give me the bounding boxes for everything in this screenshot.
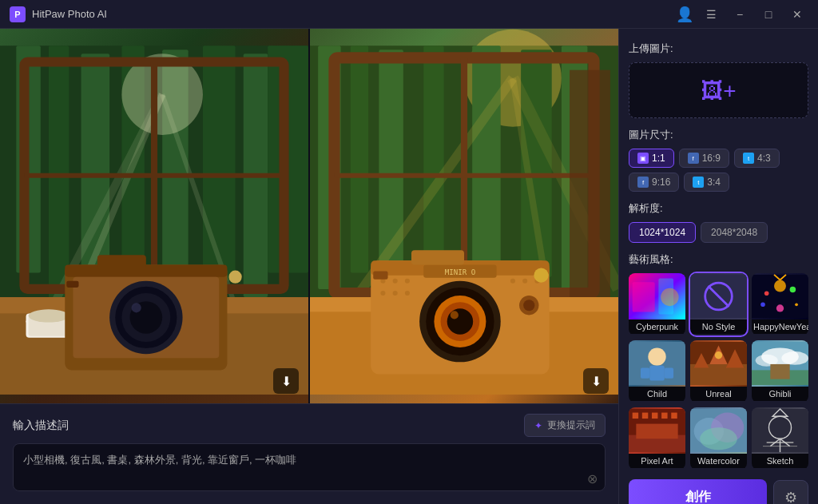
upload-area[interactable]: 🖼+ xyxy=(629,62,808,118)
style-item-watercolor[interactable]: Watercolor xyxy=(690,407,747,470)
upload-section-title: 上傳圖片: xyxy=(629,42,808,56)
title-bar: P HitPaw Photo AI 👤 ☰ − □ ✕ xyxy=(0,0,818,29)
style-item-nostyle[interactable]: No Style xyxy=(690,273,747,335)
ratio-1-1-label: 1:1 xyxy=(652,153,665,164)
svg-rect-76 xyxy=(633,282,655,312)
style-item-child[interactable]: Child xyxy=(629,340,685,403)
ratio-16-9-icon: f xyxy=(688,153,699,164)
refresh-icon: ✦ xyxy=(534,420,542,431)
style-label-happynewyear: HappyNewYear xyxy=(752,319,808,334)
svg-point-58 xyxy=(405,291,410,296)
svg-rect-39 xyxy=(472,46,501,289)
create-button[interactable]: 創作 xyxy=(629,479,767,504)
settings-button[interactable]: ⚙ xyxy=(773,480,808,505)
ratio-1-1-button[interactable]: ▣ 1:1 xyxy=(629,149,674,168)
ratio-4-3-button[interactable]: t 4:3 xyxy=(734,149,780,168)
svg-point-57 xyxy=(393,291,398,296)
input-label: 輸入描述詞 xyxy=(13,419,69,433)
style-label-cyberpunk: Cyberpunk xyxy=(629,319,685,334)
style-item-sketch[interactable]: Sketch xyxy=(752,407,808,470)
svg-rect-6 xyxy=(203,46,236,281)
resolution-section: 解析度: 1024*1024 2048*2048 xyxy=(629,201,808,243)
ratio-4-3-icon: t xyxy=(743,153,754,164)
style-grid: Cyberpunk No Style xyxy=(629,273,808,470)
style-thumb-cyberpunk xyxy=(629,273,685,319)
svg-rect-70 xyxy=(411,250,464,264)
style-label-child: Child xyxy=(629,387,685,401)
res-2048-label: 2048*2048 xyxy=(711,227,757,238)
svg-point-83 xyxy=(774,280,786,292)
svg-point-55 xyxy=(405,279,410,284)
ratio-1-1-icon: ▣ xyxy=(637,153,649,164)
ratio-16-9-button[interactable]: f 16:9 xyxy=(679,149,729,168)
style-thumb-sketch xyxy=(752,407,808,454)
svg-rect-38 xyxy=(423,46,443,264)
close-button[interactable]: ✕ xyxy=(786,6,808,23)
svg-point-88 xyxy=(760,302,765,307)
maximize-button[interactable]: □ xyxy=(757,6,780,23)
ratio-group: ▣ 1:1 f 16:9 t 4:3 f 9:16 t 3:4 xyxy=(629,149,808,192)
svg-rect-94 xyxy=(641,368,649,379)
style-label-sketch: Sketch xyxy=(752,454,808,468)
ratio-3-4-label: 3:4 xyxy=(707,177,721,188)
ratio-3-4-button[interactable]: t 3:4 xyxy=(684,173,729,192)
svg-rect-107 xyxy=(770,364,789,379)
svg-point-21 xyxy=(29,309,69,322)
svg-rect-93 xyxy=(649,366,665,381)
svg-rect-30 xyxy=(97,255,146,269)
svg-rect-23 xyxy=(65,264,227,276)
clear-input-button[interactable]: ⊗ xyxy=(587,471,598,486)
menu-button[interactable]: ☰ xyxy=(700,6,722,23)
ratio-9-16-icon: f xyxy=(637,177,649,188)
input-area: 輸入描述詞 ✦ 更換提示詞 小型相機, 復古風, 書桌, 森林外景, 背光, 靠… xyxy=(0,403,618,504)
main-area: ⬇ xyxy=(0,29,618,504)
style-thumb-happynewyear xyxy=(752,273,808,319)
style-thumb-ghibli xyxy=(752,340,808,387)
download-button-right[interactable]: ⬇ xyxy=(583,368,609,394)
style-item-pixelart[interactable]: Pixel Art xyxy=(629,407,685,470)
user-icon[interactable]: 👤 xyxy=(676,6,693,23)
refresh-label: 更換提示詞 xyxy=(547,419,595,432)
svg-rect-32 xyxy=(66,281,78,288)
style-item-unreal[interactable]: Unreal xyxy=(690,340,747,403)
svg-point-56 xyxy=(380,291,385,296)
svg-point-90 xyxy=(776,304,784,312)
upload-icon: 🖼+ xyxy=(701,77,736,104)
resolution-group: 1024*1024 2048*2048 xyxy=(629,222,808,243)
refresh-prompts-button[interactable]: ✦ 更換提示詞 xyxy=(524,414,606,437)
download-button-left[interactable]: ⬇ xyxy=(273,368,299,394)
svg-point-89 xyxy=(795,303,798,306)
svg-point-86 xyxy=(764,291,769,296)
size-section: 圖片尺寸: ▣ 1:1 f 16:9 t 4:3 f 9:16 xyxy=(629,128,808,192)
image-cell-right: MINIR O ⬇ xyxy=(310,29,618,403)
ratio-9-16-button[interactable]: f 9:16 xyxy=(629,173,679,192)
app-body: ⬇ xyxy=(0,29,818,504)
res-1024-label: 1024*1024 xyxy=(639,227,685,238)
style-item-happynewyear[interactable]: HappyNewYear xyxy=(752,273,808,335)
svg-point-101 xyxy=(715,351,722,359)
create-button-area: 創作 ⚙ xyxy=(629,479,808,504)
style-item-cyberpunk[interactable]: Cyberpunk xyxy=(629,273,685,335)
svg-rect-115 xyxy=(671,413,677,419)
image-grid: ⬇ xyxy=(0,29,618,403)
sidebar: 上傳圖片: 🖼+ 圖片尺寸: ▣ 1:1 f 16:9 t 4:3 xyxy=(618,29,818,504)
prompt-input[interactable]: 小型相機, 復古風, 書桌, 森林外景, 背光, 靠近窗戶, 一杯咖啡 xyxy=(13,443,606,491)
svg-rect-113 xyxy=(652,413,657,419)
ratio-9-16-label: 9:16 xyxy=(652,177,670,188)
style-thumb-unreal xyxy=(690,340,747,387)
svg-point-74 xyxy=(523,300,534,311)
ratio-4-3-label: 4:3 xyxy=(757,153,771,164)
svg-point-31 xyxy=(228,271,241,284)
res-1024-button[interactable]: 1024*1024 xyxy=(629,222,696,243)
style-section: 藝術風格: Cyberpunk xyxy=(629,252,808,470)
size-section-title: 圖片尺寸: xyxy=(629,128,808,142)
svg-rect-112 xyxy=(642,413,648,419)
svg-rect-110 xyxy=(636,424,677,439)
svg-point-71 xyxy=(534,268,548,283)
svg-point-60 xyxy=(522,279,527,284)
res-2048-button[interactable]: 2048*2048 xyxy=(701,222,768,243)
svg-point-78 xyxy=(661,288,678,306)
input-wrapper: 小型相機, 復古風, 書桌, 森林外景, 背光, 靠近窗戶, 一杯咖啡 ⊗ xyxy=(13,443,606,494)
minimize-button[interactable]: − xyxy=(729,6,751,23)
style-item-ghibli[interactable]: Ghibli xyxy=(752,340,808,403)
